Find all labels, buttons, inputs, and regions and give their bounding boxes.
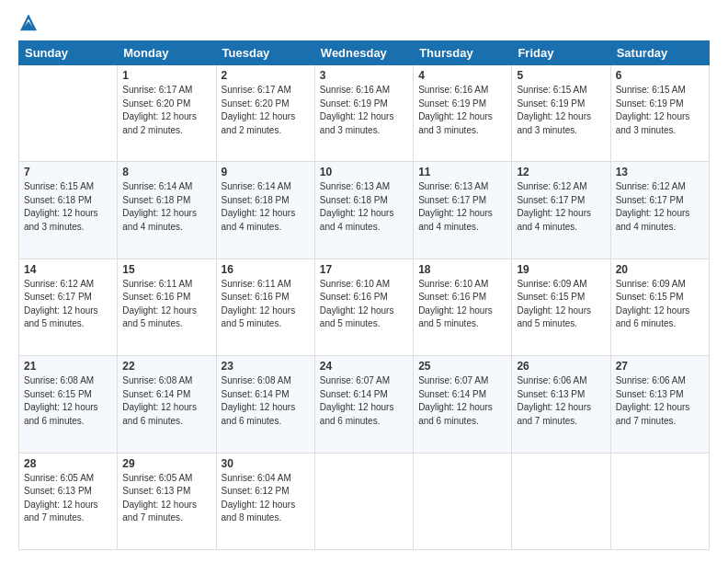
calendar-cell: 24Sunrise: 6:07 AM Sunset: 6:14 PM Dayli…	[314, 356, 413, 453]
day-number: 6	[616, 69, 704, 82]
day-info: Sunrise: 6:08 AM Sunset: 6:14 PM Dayligh…	[222, 374, 310, 428]
day-info: Sunrise: 6:17 AM Sunset: 6:20 PM Dayligh…	[122, 84, 210, 137]
day-info: Sunrise: 6:14 AM Sunset: 6:18 PM Dayligh…	[222, 180, 310, 234]
calendar-cell	[314, 453, 413, 549]
calendar-cell: 10Sunrise: 6:13 AM Sunset: 6:18 PM Dayli…	[314, 162, 413, 259]
day-info: Sunrise: 6:07 AM Sunset: 6:14 PM Dayligh…	[320, 374, 408, 428]
day-number: 4	[418, 69, 506, 82]
day-number: 20	[616, 263, 704, 276]
calendar-cell: 27Sunrise: 6:06 AM Sunset: 6:13 PM Dayli…	[610, 356, 709, 453]
calendar-cell: 20Sunrise: 6:09 AM Sunset: 6:15 PM Dayli…	[610, 259, 709, 355]
calendar-cell: 4Sunrise: 6:16 AM Sunset: 6:19 PM Daylig…	[414, 65, 512, 162]
day-info: Sunrise: 6:09 AM Sunset: 6:15 PM Dayligh…	[616, 278, 704, 331]
calendar-cell: 5Sunrise: 6:15 AM Sunset: 6:19 PM Daylig…	[512, 65, 610, 162]
day-number: 9	[222, 166, 310, 178]
day-info: Sunrise: 6:10 AM Sunset: 6:16 PM Dayligh…	[418, 278, 506, 331]
col-friday: Friday	[512, 41, 610, 65]
calendar-cell	[19, 65, 118, 162]
calendar-week-4: 21Sunrise: 6:08 AM Sunset: 6:15 PM Dayli…	[19, 356, 710, 453]
col-wednesday: Wednesday	[314, 41, 413, 65]
calendar-cell: 23Sunrise: 6:08 AM Sunset: 6:14 PM Dayli…	[216, 356, 314, 453]
day-number: 3	[320, 69, 408, 82]
header-row: Sunday Monday Tuesday Wednesday Thursday…	[19, 41, 710, 65]
day-info: Sunrise: 6:16 AM Sunset: 6:19 PM Dayligh…	[320, 84, 408, 137]
calendar-cell: 21Sunrise: 6:08 AM Sunset: 6:15 PM Dayli…	[19, 356, 118, 453]
day-info: Sunrise: 6:14 AM Sunset: 6:18 PM Dayligh…	[122, 180, 210, 234]
day-number: 10	[320, 166, 408, 178]
logo-triangle-icon	[20, 15, 37, 31]
day-info: Sunrise: 6:06 AM Sunset: 6:13 PM Dayligh…	[616, 374, 704, 428]
col-monday: Monday	[118, 41, 216, 65]
day-number: 30	[222, 457, 310, 470]
day-info: Sunrise: 6:08 AM Sunset: 6:14 PM Dayligh…	[122, 374, 210, 428]
calendar-week-3: 14Sunrise: 6:12 AM Sunset: 6:17 PM Dayli…	[19, 259, 710, 355]
day-info: Sunrise: 6:12 AM Sunset: 6:17 PM Dayligh…	[24, 278, 112, 331]
day-info: Sunrise: 6:15 AM Sunset: 6:18 PM Dayligh…	[24, 180, 112, 234]
day-number: 18	[418, 263, 506, 276]
day-info: Sunrise: 6:12 AM Sunset: 6:17 PM Dayligh…	[517, 180, 605, 234]
calendar-table: Sunday Monday Tuesday Wednesday Thursday…	[18, 40, 710, 550]
day-number: 5	[517, 69, 605, 82]
day-info: Sunrise: 6:11 AM Sunset: 6:16 PM Dayligh…	[122, 278, 210, 331]
day-number: 27	[616, 360, 704, 373]
calendar-cell: 1Sunrise: 6:17 AM Sunset: 6:20 PM Daylig…	[118, 65, 216, 162]
day-number: 7	[24, 166, 112, 178]
day-info: Sunrise: 6:08 AM Sunset: 6:15 PM Dayligh…	[24, 374, 112, 428]
calendar-cell: 17Sunrise: 6:10 AM Sunset: 6:16 PM Dayli…	[314, 259, 413, 355]
calendar-cell: 6Sunrise: 6:15 AM Sunset: 6:19 PM Daylig…	[610, 65, 709, 162]
day-info: Sunrise: 6:15 AM Sunset: 6:19 PM Dayligh…	[517, 84, 605, 137]
calendar-week-2: 7Sunrise: 6:15 AM Sunset: 6:18 PM Daylig…	[19, 162, 710, 259]
calendar-cell	[414, 453, 512, 549]
day-number: 2	[222, 69, 310, 82]
calendar-cell: 19Sunrise: 6:09 AM Sunset: 6:15 PM Dayli…	[512, 259, 610, 355]
day-info: Sunrise: 6:05 AM Sunset: 6:13 PM Dayligh…	[24, 472, 112, 525]
calendar-cell: 9Sunrise: 6:14 AM Sunset: 6:18 PM Daylig…	[216, 162, 314, 259]
calendar-cell	[610, 453, 709, 549]
day-number: 14	[24, 263, 112, 276]
col-saturday: Saturday	[610, 41, 709, 65]
calendar-cell: 12Sunrise: 6:12 AM Sunset: 6:17 PM Dayli…	[512, 162, 610, 259]
day-number: 22	[122, 360, 210, 373]
col-thursday: Thursday	[414, 41, 512, 65]
calendar-cell: 15Sunrise: 6:11 AM Sunset: 6:16 PM Dayli…	[118, 259, 216, 355]
day-number: 1	[122, 69, 210, 82]
day-number: 29	[122, 457, 210, 470]
day-number: 19	[517, 263, 605, 276]
day-info: Sunrise: 6:16 AM Sunset: 6:19 PM Dayligh…	[418, 84, 506, 137]
day-info: Sunrise: 6:09 AM Sunset: 6:15 PM Dayligh…	[517, 278, 605, 331]
day-number: 15	[122, 263, 210, 276]
day-number: 12	[517, 166, 605, 178]
calendar-week-5: 28Sunrise: 6:05 AM Sunset: 6:13 PM Dayli…	[19, 453, 710, 549]
day-number: 24	[320, 360, 408, 373]
calendar-cell: 8Sunrise: 6:14 AM Sunset: 6:18 PM Daylig…	[118, 162, 216, 259]
day-info: Sunrise: 6:17 AM Sunset: 6:20 PM Dayligh…	[222, 84, 310, 137]
day-info: Sunrise: 6:13 AM Sunset: 6:17 PM Dayligh…	[418, 180, 506, 234]
calendar-cell: 7Sunrise: 6:15 AM Sunset: 6:18 PM Daylig…	[19, 162, 118, 259]
col-sunday: Sunday	[19, 41, 118, 65]
header	[18, 17, 710, 31]
day-info: Sunrise: 6:13 AM Sunset: 6:18 PM Dayligh…	[320, 180, 408, 234]
day-number: 21	[24, 360, 112, 373]
day-number: 17	[320, 263, 408, 276]
day-number: 28	[24, 457, 112, 470]
calendar-cell: 3Sunrise: 6:16 AM Sunset: 6:19 PM Daylig…	[314, 65, 413, 162]
logo	[18, 17, 37, 31]
day-info: Sunrise: 6:06 AM Sunset: 6:13 PM Dayligh…	[517, 374, 605, 428]
calendar-cell: 13Sunrise: 6:12 AM Sunset: 6:17 PM Dayli…	[610, 162, 709, 259]
day-info: Sunrise: 6:10 AM Sunset: 6:16 PM Dayligh…	[320, 278, 408, 331]
calendar-cell: 22Sunrise: 6:08 AM Sunset: 6:14 PM Dayli…	[118, 356, 216, 453]
logo-text-block	[18, 17, 37, 31]
calendar-cell: 14Sunrise: 6:12 AM Sunset: 6:17 PM Dayli…	[19, 259, 118, 355]
day-number: 13	[616, 166, 704, 178]
calendar-cell	[512, 453, 610, 549]
day-info: Sunrise: 6:11 AM Sunset: 6:16 PM Dayligh…	[222, 278, 310, 331]
day-number: 11	[418, 166, 506, 178]
page: Sunday Monday Tuesday Wednesday Thursday…	[0, 0, 728, 563]
calendar-cell: 28Sunrise: 6:05 AM Sunset: 6:13 PM Dayli…	[19, 453, 118, 549]
calendar-cell: 18Sunrise: 6:10 AM Sunset: 6:16 PM Dayli…	[414, 259, 512, 355]
calendar-cell: 30Sunrise: 6:04 AM Sunset: 6:12 PM Dayli…	[216, 453, 314, 549]
day-number: 8	[122, 166, 210, 178]
calendar-cell: 29Sunrise: 6:05 AM Sunset: 6:13 PM Dayli…	[118, 453, 216, 549]
day-number: 16	[222, 263, 310, 276]
day-info: Sunrise: 6:05 AM Sunset: 6:13 PM Dayligh…	[122, 472, 210, 525]
